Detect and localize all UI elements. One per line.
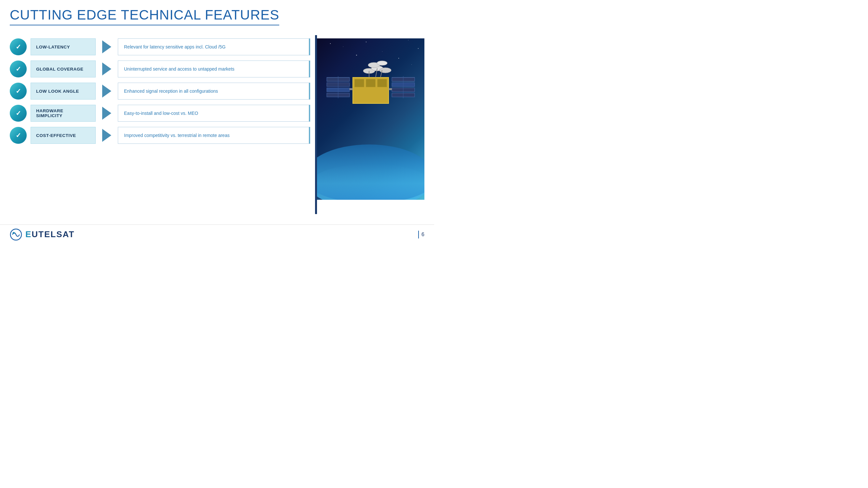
feature-row-low-look-angle: LOW LOOK ANGLE Enhanced signal reception…	[10, 83, 310, 100]
svg-rect-8	[354, 79, 364, 87]
svg-rect-27	[389, 88, 392, 90]
feature-label-text-hardware-simplicity: HARDWARE SIMPLICITY	[36, 108, 90, 118]
main-content: LOW-LATENCY Relevant for latency sensiti…	[0, 25, 434, 214]
arrow-cost-effective	[102, 129, 111, 142]
feature-row-cost-effective: COST-EFFECTIVE Improved competitivity vs…	[10, 127, 310, 144]
feature-desc-text-hardware-simplicity: Easy-to-install and low-cost vs. MEO	[124, 110, 198, 116]
feature-desc-low-look-angle: Enhanced signal reception in all configu…	[118, 83, 310, 100]
feature-desc-global-coverage: Uninterrupted service and access to unta…	[118, 61, 310, 77]
svg-rect-10	[377, 79, 387, 87]
feature-label-low-look-angle: LOW LOOK ANGLE	[31, 83, 96, 100]
svg-point-15	[377, 61, 387, 65]
satellite-image	[317, 38, 425, 200]
header: CUTTING EDGE TECHNICAL FEATURES	[0, 0, 434, 25]
feature-row-low-latency: LOW-LATENCY Relevant for latency sensiti…	[10, 38, 310, 55]
svg-point-29	[13, 232, 14, 234]
feature-label-cost-effective: COST-EFFECTIVE	[31, 127, 96, 144]
arrow-hardware-simplicity	[102, 107, 111, 120]
feature-label-global-coverage: GLOBAL COVERAGE	[31, 61, 96, 77]
feature-desc-text-low-latency: Relevant for latency sensitive apps incl…	[124, 44, 225, 50]
features-list: LOW-LATENCY Relevant for latency sensiti…	[10, 35, 310, 214]
feature-label-hardware-simplicity: HARDWARE SIMPLICITY	[31, 105, 96, 122]
logo-area: e utelsat	[10, 228, 74, 241]
satellite-svg	[323, 45, 418, 136]
feature-label-low-latency: LOW-LATENCY	[31, 38, 96, 55]
page-number: 6	[422, 232, 425, 237]
page-number-area: 6	[418, 231, 425, 238]
page-title: CUTTING EDGE TECHNICAL FEATURES	[10, 7, 279, 25]
eutelsat-logo-icon	[10, 228, 22, 241]
feature-label-text-low-look-angle: LOW LOOK ANGLE	[36, 89, 79, 94]
arrow-global-coverage	[102, 62, 111, 75]
feature-icon-cost-effective	[10, 127, 27, 144]
feature-desc-low-latency: Relevant for latency sensitive apps incl…	[118, 38, 310, 55]
footer: e utelsat 6	[0, 225, 434, 244]
logo-text: e utelsat	[25, 229, 74, 239]
feature-desc-text-cost-effective: Improved competitivity vs. terrestrial i…	[124, 133, 229, 138]
feature-desc-text-low-look-angle: Enhanced signal reception in all configu…	[124, 89, 218, 94]
arrow-low-latency	[102, 40, 111, 53]
feature-icon-low-latency	[10, 38, 27, 55]
logo-rest: utelsat	[32, 229, 74, 239]
feature-icon-low-look-angle	[10, 83, 27, 100]
svg-rect-9	[366, 79, 376, 87]
feature-desc-hardware-simplicity: Easy-to-install and low-cost vs. MEO	[118, 105, 310, 122]
feature-icon-hardware-simplicity	[10, 105, 27, 122]
page-divider	[418, 231, 419, 238]
feature-label-text-cost-effective: COST-EFFECTIVE	[36, 133, 76, 138]
feature-row-hardware-simplicity: HARDWARE SIMPLICITY Easy-to-install and …	[10, 105, 310, 122]
logo-e: e	[25, 229, 32, 239]
arrow-low-look-angle	[102, 85, 111, 98]
svg-rect-26	[349, 88, 353, 90]
feature-icon-global-coverage	[10, 61, 27, 77]
feature-label-text-low-latency: LOW-LATENCY	[36, 44, 70, 50]
slide-page: CUTTING EDGE TECHNICAL FEATURES LOW-LATE…	[0, 0, 434, 244]
feature-row-global-coverage: GLOBAL COVERAGE Uninterrupted service an…	[10, 61, 310, 77]
svg-point-13	[379, 68, 391, 73]
feature-desc-text-global-coverage: Uninterrupted service and access to unta…	[124, 66, 234, 72]
feature-desc-cost-effective: Improved competitivity vs. terrestrial i…	[118, 127, 310, 144]
feature-label-text-global-coverage: GLOBAL COVERAGE	[36, 67, 83, 72]
